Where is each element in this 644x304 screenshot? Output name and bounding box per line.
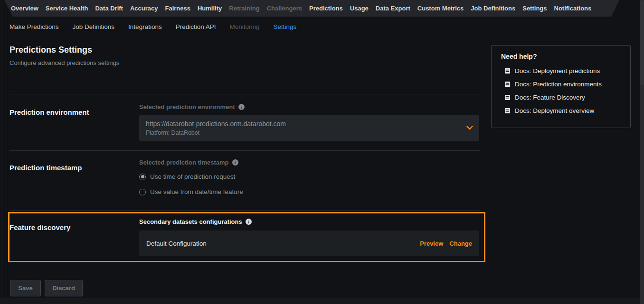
tab-challengers: Challengers bbox=[267, 5, 302, 12]
deployment-nav: Overview Service Health Data Drift Accur… bbox=[0, 0, 619, 17]
tab-usage[interactable]: Usage bbox=[350, 5, 369, 12]
info-icon[interactable]: i bbox=[238, 104, 245, 110]
predictions-subnav: Make Predictions Job Definitions Integra… bbox=[9, 21, 296, 32]
secondary-datasets-config-row: Default Configuration Preview Change bbox=[139, 230, 479, 256]
subtab-settings[interactable]: Settings bbox=[273, 23, 296, 30]
subtab-prediction-api[interactable]: Prediction API bbox=[176, 23, 216, 30]
prediction-environment-select[interactable]: https://datarobot-predictions.orm.dataro… bbox=[139, 115, 479, 141]
help-link-prediction-environments[interactable]: Docs: Prediction environments bbox=[504, 81, 630, 88]
tab-overview[interactable]: Overview bbox=[11, 5, 38, 12]
scrollbar-thumb[interactable] bbox=[640, 0, 644, 85]
help-link-deployment-predictions[interactable]: Docs: Deployment predictions bbox=[504, 67, 630, 74]
tab-data-export[interactable]: Data Export bbox=[376, 5, 410, 12]
help-link-label: Docs: Deployment predictions bbox=[515, 67, 600, 74]
change-button[interactable]: Change bbox=[449, 240, 472, 247]
radio-use-time-of-prediction-request[interactable]: Use time of prediction request bbox=[139, 173, 235, 180]
config-name: Default Configuration bbox=[146, 240, 207, 247]
radio-use-value-from-datetime-feature[interactable]: Use value from date/time feature bbox=[139, 188, 243, 195]
tab-custom-metrics[interactable]: Custom Metrics bbox=[417, 5, 464, 12]
prediction-environment-platform: Platform: DataRobot bbox=[146, 129, 460, 136]
tab-job-definitions[interactable]: Job Definitions bbox=[471, 5, 515, 12]
tab-accuracy[interactable]: Accuracy bbox=[130, 5, 158, 12]
need-help-title: Need help? bbox=[501, 53, 630, 60]
tab-retraining: Retraining bbox=[229, 5, 259, 12]
book-icon bbox=[504, 68, 511, 74]
prediction-timestamp-heading: Prediction timestamp bbox=[9, 164, 82, 172]
feature-discovery-heading: Feature discovery bbox=[9, 223, 70, 231]
help-link-feature-discovery[interactable]: Docs: Feature Discovery bbox=[504, 94, 630, 101]
info-icon[interactable]: i bbox=[232, 159, 238, 166]
page-header: Predictions Settings Configure advanced … bbox=[9, 45, 119, 66]
radio-label: Use value from date/time feature bbox=[150, 188, 243, 195]
help-link-label: Docs: Prediction environments bbox=[515, 81, 602, 88]
subtab-integrations[interactable]: Integrations bbox=[128, 23, 162, 30]
selected-prediction-environment-label: Selected prediction environment i bbox=[139, 103, 245, 111]
help-link-label: Docs: Deployment overview bbox=[515, 107, 594, 114]
section-divider bbox=[9, 210, 480, 211]
need-help-panel: Need help? Docs: Deployment predictions … bbox=[491, 45, 631, 128]
discard-button[interactable]: Discard bbox=[45, 280, 83, 296]
book-icon bbox=[504, 94, 511, 101]
help-link-label: Docs: Feature Discovery bbox=[515, 94, 585, 101]
save-button[interactable]: Save bbox=[10, 280, 41, 296]
tab-settings[interactable]: Settings bbox=[522, 5, 547, 12]
section-divider bbox=[9, 150, 480, 151]
chevron-down-icon bbox=[466, 126, 473, 130]
tab-data-drift[interactable]: Data Drift bbox=[95, 5, 123, 12]
secondary-datasets-configurations-label: Secondary datasets configurations i bbox=[139, 218, 252, 225]
field-label-text: Selected prediction timestamp bbox=[139, 159, 229, 166]
book-icon bbox=[504, 81, 511, 87]
help-link-deployment-overview[interactable]: Docs: Deployment overview bbox=[504, 107, 630, 114]
field-label-text: Selected prediction environment bbox=[139, 103, 235, 111]
subtab-monitoring: Monitoring bbox=[229, 23, 259, 30]
section-divider bbox=[9, 94, 480, 94]
book-icon bbox=[504, 108, 511, 114]
radio-circle-icon bbox=[139, 174, 146, 180]
radio-label: Use time of prediction request bbox=[150, 173, 235, 180]
preview-button[interactable]: Preview bbox=[420, 240, 443, 247]
page-subtitle: Configure advanced predictions settings bbox=[9, 59, 119, 66]
tab-predictions[interactable]: Predictions bbox=[309, 5, 343, 12]
tab-service-health[interactable]: Service Health bbox=[46, 5, 88, 12]
left-edge-divider bbox=[1, 0, 1, 304]
tab-notifications[interactable]: Notifications bbox=[554, 5, 592, 12]
field-label-text: Secondary datasets configurations bbox=[139, 218, 242, 225]
prediction-environment-heading: Prediction environment bbox=[9, 108, 89, 116]
info-icon[interactable]: i bbox=[246, 219, 252, 225]
prediction-environment-url: https://datarobot-predictions.orm.dataro… bbox=[146, 120, 460, 128]
radio-circle-icon bbox=[139, 189, 146, 195]
page-title: Predictions Settings bbox=[9, 45, 119, 55]
subtab-job-definitions[interactable]: Job Definitions bbox=[73, 23, 115, 30]
footer-strip bbox=[0, 298, 640, 304]
selected-prediction-timestamp-label: Selected prediction timestamp i bbox=[139, 159, 238, 166]
tab-humility[interactable]: Humility bbox=[198, 5, 222, 12]
tab-fairness[interactable]: Fairness bbox=[165, 5, 190, 12]
subtab-make-predictions[interactable]: Make Predictions bbox=[9, 23, 59, 30]
